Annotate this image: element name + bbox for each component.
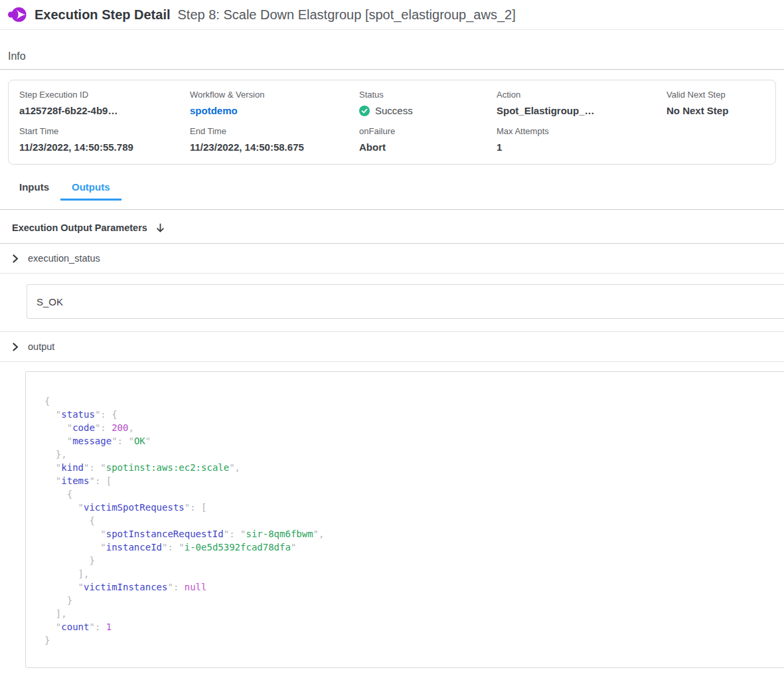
param-name: execution_status — [28, 253, 100, 264]
workflow-link[interactable]: spotdemo — [190, 105, 359, 116]
page-title: Execution Step Detail — [35, 7, 171, 23]
chevron-right-icon — [13, 254, 19, 263]
field-value: No Next Step — [666, 105, 775, 116]
info-field-empty — [666, 126, 775, 153]
field-value: 11/23/2022, 14:50:55.789 — [19, 141, 190, 153]
field-label: Status — [359, 90, 497, 100]
tabs: Inputs Outputs — [8, 177, 784, 201]
execution-step-detail-page: Execution Step Detail Step 8: Scale Down… — [0, 0, 784, 676]
field-value: Abort — [359, 141, 497, 153]
param-row-execution-status[interactable]: execution_status — [0, 244, 784, 274]
info-field-status: Status Success — [359, 90, 497, 116]
field-label: Step Execution ID — [19, 90, 190, 100]
field-value: 1 — [497, 141, 666, 153]
output-json-viewer: { "status": { "code": 200, "message": "O… — [25, 371, 784, 668]
info-field-onfailure: onFailure Abort — [359, 126, 497, 153]
info-field-step-execution-id: Step Execution ID a125728f-6b22-4b9… — [19, 90, 190, 116]
info-field-valid-next-step: Valid Next Step No Next Step — [666, 90, 775, 116]
field-value: a125728f-6b22-4b9… — [19, 105, 190, 116]
field-label: Action — [497, 90, 666, 100]
spot-logo-icon — [8, 7, 27, 23]
chevron-right-icon — [13, 343, 19, 351]
page-subtitle: Step 8: Scale Down Elastgroup [spot_elas… — [178, 7, 516, 23]
param-row-output[interactable]: output — [0, 332, 784, 362]
tab-outputs[interactable]: Outputs — [60, 177, 121, 201]
field-label: Workflow & Version — [190, 90, 359, 100]
field-label: onFailure — [359, 126, 497, 136]
outputs-heading: Execution Output Parameters — [12, 222, 147, 233]
execution-status-value-box: S_OK — [27, 284, 784, 319]
tab-inputs[interactable]: Inputs — [8, 177, 60, 201]
info-field-workflow-version: Workflow & Version spotdemo — [190, 90, 359, 116]
param-name: output — [28, 341, 54, 352]
info-field-start-time: Start Time 11/23/2022, 14:50:55.789 — [19, 126, 190, 153]
info-card: Step Execution ID a125728f-6b22-4b9… Wor… — [8, 80, 776, 165]
outputs-header: Execution Output Parameters — [0, 210, 784, 233]
field-value: Spot_Elastigroup_… — [497, 105, 666, 116]
field-label: End Time — [190, 126, 359, 136]
info-field-action: Action Spot_Elastigroup_… — [497, 90, 666, 116]
page-header: Execution Step Detail Step 8: Scale Down… — [0, 0, 784, 30]
execution-status-value: S_OK — [37, 296, 63, 307]
download-arrow-icon[interactable] — [156, 223, 165, 233]
info-heading: Info — [8, 50, 784, 62]
info-grid: Step Execution ID a125728f-6b22-4b9… Wor… — [19, 90, 775, 153]
field-label: Start Time — [19, 126, 190, 136]
info-field-max-attempts: Max Attempts 1 — [497, 126, 666, 153]
field-value: 11/23/2022, 14:50:58.675 — [190, 141, 359, 153]
divider — [0, 69, 784, 70]
info-field-end-time: End Time 11/23/2022, 14:50:58.675 — [190, 126, 359, 153]
status-text: Success — [375, 105, 413, 116]
title-wrap: Execution Step Detail Step 8: Scale Down… — [35, 7, 516, 23]
field-label: Max Attempts — [497, 126, 666, 136]
status-badge: Success — [359, 105, 497, 116]
field-label: Valid Next Step — [666, 90, 775, 100]
check-circle-icon — [359, 106, 370, 116]
